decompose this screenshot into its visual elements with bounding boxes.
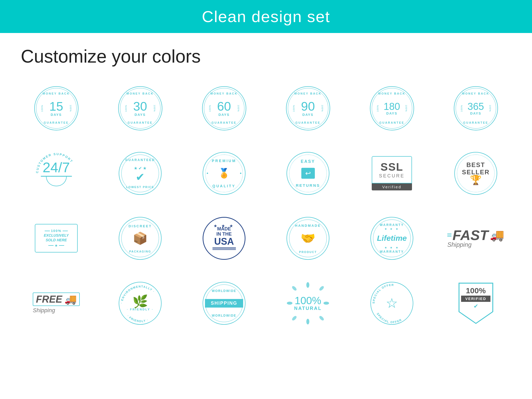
svg-point-9 (291, 315, 297, 321)
free-box: FREE 🚚 (33, 292, 79, 306)
badge-fast-shipping: FAST 🚚 Shipping (435, 210, 516, 267)
badge-money-back-90: MONEY BACK 100% 100% 90 DAYS GUARANTEE (267, 80, 349, 137)
sold-here-frame: 100% EXCLUSIVELY SOLD HERE ★ (35, 224, 78, 252)
svg-point-3 (307, 282, 309, 288)
badge-sold-here: 100% EXCLUSIVELY SOLD HERE ★ (16, 210, 97, 267)
badge-eco: · ENVIRONMENTALLY · · FRIENDLY · 🌿 · FRI… (99, 275, 181, 332)
svg-point-6 (324, 302, 329, 304)
star-icon: ☆ (386, 295, 398, 311)
leaves-icon: 🌿 (132, 295, 148, 308)
badge-handmade: HANDMADE 🤝 PRODUCT (267, 210, 349, 267)
ssl-frame: SSL SECURE (372, 156, 412, 183)
svg-point-8 (319, 285, 324, 291)
badge-worldwide: WORLDWIDE SHIPPING WORLDWIDE (183, 275, 265, 332)
svg-text:· FRIENDLY ·: · FRIENDLY · (127, 314, 149, 322)
svg-point-5 (287, 302, 292, 304)
badge-money-back-15: MONEY BACK 100% 100% 15 DAYS GUARANTEE (16, 80, 97, 137)
ssl-verified-bar: Verified (372, 183, 412, 190)
badge-discreet: DISCREET 📦 PACKAGING (99, 210, 181, 267)
hand-icon: 🤝 (301, 231, 315, 245)
svg-point-10 (319, 315, 324, 321)
header: Clean design set (0, 0, 532, 33)
badge-money-back-60: MONEY BACK 100% 100% 60 DAYS GUARANTEE (183, 80, 265, 137)
svg-point-4 (307, 319, 309, 324)
box-icon: 📦 (133, 231, 148, 245)
trophy-icon: 🏆 (470, 175, 482, 185)
check-icon: ✔ (136, 171, 145, 183)
page-title: Clean design set (0, 7, 532, 26)
award-icon: 🏅 (218, 168, 230, 179)
badge-special-offer: SPECIAL OFFER SPECIAL OFFER ☆ (351, 275, 433, 332)
badge-money-back-365: MONEY BACK 100% 100% 365 DAYS GUARANTEE (435, 80, 516, 137)
page-subtitle: Customize your colors (21, 46, 532, 67)
badge-easy-returns: EASY ↩ RETURNS (267, 145, 349, 202)
badge-warranty: WARRANTY ★ ★ ★ Lifetime ★ ★ ★ WARRANTY (351, 210, 433, 267)
badge-premium: PREMIUM 🏅 QUALITY (183, 145, 265, 202)
badge-made-usa: ★ ★ ★ MADEIN THE USA (183, 210, 265, 267)
badge-money-back-180: MONEY BACK 100% 100% 180 DAYS GUARANTEE (351, 80, 433, 137)
support-247-text: 24/7 (43, 160, 70, 174)
returns-icon: ↩ (301, 168, 315, 179)
badge-free-shipping: FREE 🚚 Shipping (16, 275, 97, 332)
badge-verified: 100% VERIFIED ✔ (435, 275, 516, 332)
badge-natural: 100% NATURAL (267, 275, 349, 332)
badge-bottom-text: GUARANTEE (44, 121, 69, 124)
svg-point-7 (291, 285, 297, 291)
truck-icon: 🚚 (490, 228, 504, 242)
badge-ssl: SSL SECURE Verified (351, 145, 433, 202)
badge-top-text: MONEY BACK (43, 92, 70, 95)
fast-shipping-layout: FAST 🚚 Shipping (447, 228, 504, 248)
badge-customer-support: CUSTOMER SUPPORT 24/7 (16, 145, 97, 202)
badge-best-seller: BEST SELLER 🏆 (435, 145, 516, 202)
badge-guaranteed: GUARANTEED ★ ✔ ★ ✔ LOWEST PRICE (99, 145, 181, 202)
guaranteed-stars: ★ ✔ ★ (134, 166, 147, 171)
verified-check-icon: ✔ (474, 303, 478, 310)
usa-stripes (212, 247, 236, 250)
svg-text:SPECIAL OFFER: SPECIAL OFFER (376, 312, 402, 323)
badge-money-back-30: MONEY BACK 100% 100% 30 DAYS GUARANTEE (99, 80, 181, 137)
badges-grid: MONEY BACK 100% 100% 15 DAYS GUARANTEE M… (0, 75, 532, 347)
free-truck-icon: 🚚 (64, 294, 77, 305)
